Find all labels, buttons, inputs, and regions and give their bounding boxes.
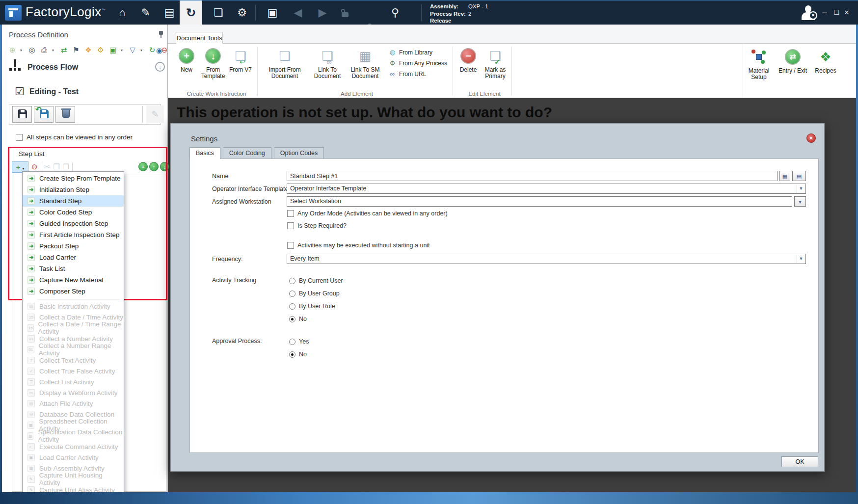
step-type-menu-item[interactable]: ➜ Initialization Step	[23, 184, 124, 195]
radio-icon[interactable]	[289, 303, 295, 310]
import-from-document-button[interactable]: ❏Import From Document	[261, 47, 308, 80]
bucket-icon[interactable]: ▽	[128, 46, 137, 54]
refresh-icon[interactable]: ↻	[148, 46, 157, 54]
is-step-required-checkbox[interactable]	[287, 222, 294, 229]
step-type-menu-item[interactable]: ➜ First Article Inspection Step	[23, 229, 124, 240]
maximize-button[interactable]: ☐	[831, 7, 842, 18]
activity-icon: ▭	[27, 389, 35, 397]
step-type-menu-item[interactable]: ➜ Create Step From Template	[23, 173, 124, 184]
tab-document-tools[interactable]: Document Tools	[176, 32, 223, 44]
step-type-menu-item[interactable]: ➜ Load Carrier	[23, 252, 124, 263]
recipes-button[interactable]: ❖ Recipes	[812, 48, 839, 74]
process-sync-icon-selected[interactable]: ↻	[180, 0, 202, 25]
entry-exit-button[interactable]: ⇄ Entry / Exit	[776, 48, 810, 74]
delete-element-button[interactable]: −Delete	[457, 47, 479, 73]
activity-tracking-option[interactable]: By User Role	[289, 301, 343, 311]
step-type-menu-item[interactable]: ➜ Task List	[23, 263, 124, 274]
operator-interface-template-combo[interactable]: Operator Interface Template▼	[287, 184, 806, 194]
link-to-document-button[interactable]: ❏∞Link To Document	[311, 47, 344, 80]
workstation-dropdown-button[interactable]: ▾	[794, 196, 806, 207]
presentation-icon[interactable]: ⚑	[72, 46, 80, 54]
export-box-icon[interactable]: ▣	[108, 46, 117, 54]
name-table-button[interactable]: ▤	[792, 171, 806, 181]
material-setup-button[interactable]: Material Setup	[745, 48, 773, 80]
settings-gear-icon[interactable]: ⚙	[234, 5, 250, 20]
editing-checklist-icon: ☑	[15, 85, 25, 98]
frequency-combo[interactable]: Every Item▼	[287, 254, 806, 264]
save-process-button[interactable]	[12, 106, 32, 123]
name-grid-button[interactable]: ▦	[779, 171, 790, 181]
activity-tracking-option[interactable]: No	[289, 314, 343, 324]
close-window-button[interactable]: ✕	[841, 7, 852, 18]
basics-tab-panel: Name ▦ ▤ Operator Interface Template Ope…	[189, 159, 819, 453]
approval-process-option[interactable]: No	[289, 349, 309, 359]
step-type-menu-item[interactable]: ➜ Standard Step	[23, 195, 124, 207]
dialog-close-icon[interactable]: ✕	[806, 133, 816, 143]
radio-icon[interactable]	[289, 351, 295, 358]
assigned-workstation-input[interactable]: Select Workstation	[287, 196, 792, 207]
approval-process-option[interactable]: Yes	[289, 337, 309, 346]
info-divider	[421, 4, 422, 21]
any-order-label: All steps can be viewed in any order	[27, 133, 133, 141]
import-process-button[interactable]: ↶	[34, 106, 54, 123]
step-type-menu-item[interactable]: ➜ Capture New Material	[23, 274, 124, 286]
back-icon: ◀	[290, 5, 306, 20]
name-input[interactable]	[287, 171, 778, 181]
caret-down-icon[interactable]: ▾	[52, 48, 56, 53]
radio-icon[interactable]	[289, 291, 295, 297]
from-template-button[interactable]: ↓From Template	[198, 47, 228, 80]
radio-icon[interactable]	[289, 316, 295, 322]
ok-button[interactable]: OK	[781, 456, 818, 467]
radio-icon[interactable]	[289, 278, 295, 284]
activity-icon: ✓	[27, 368, 35, 375]
forward-icon: ▶	[314, 5, 331, 20]
bell-icon[interactable]: ❖	[84, 46, 93, 54]
activity-tracking-option[interactable]: By User Group	[289, 289, 343, 298]
activity-tracking-option[interactable]: By Current User	[289, 276, 343, 286]
collapse-down-icon[interactable]: ↓	[155, 62, 165, 72]
step-type-menu-item[interactable]: ➜ Packout Step	[23, 240, 124, 252]
materials-package-icon[interactable]: ▤	[161, 5, 178, 20]
activity-icon: ⛁	[27, 411, 35, 418]
without-unit-checkbox[interactable]	[287, 242, 294, 249]
any-order-mode-checkbox[interactable]	[287, 210, 294, 217]
step-type-menu-item[interactable]: ➜ Guided Inspection Step	[23, 218, 124, 229]
activity-type-menu-item-disabled: ▤ Basic Instruction Activity	[23, 301, 124, 312]
recycle-icon[interactable]: ⇄	[59, 46, 68, 54]
dialog-tab[interactable]: Option Codes	[274, 147, 324, 159]
step-type-menu-item[interactable]: ➜ Composer Step	[23, 286, 124, 297]
library-globe-icon: ◍	[389, 49, 396, 56]
activity-icon: ▣	[27, 454, 35, 461]
from-any-process-button[interactable]: ⚙ From Any Process	[389, 59, 447, 67]
link-to-sm-document-button[interactable]: ▦Link To SM Document	[346, 47, 385, 80]
documents-icon[interactable]: ❏	[210, 5, 227, 20]
gear-icon[interactable]: ⚙	[96, 46, 105, 54]
dialog-tab[interactable]: Basics	[189, 147, 220, 159]
user-logout-icon[interactable]: ✕	[800, 4, 818, 21]
new-document-button[interactable]: +New	[176, 47, 197, 73]
caret-down-icon[interactable]: ▾	[121, 48, 125, 53]
any-order-checkbox[interactable]	[16, 134, 23, 141]
find-icon[interactable]: ◎	[27, 46, 36, 54]
radio-icon[interactable]	[289, 339, 295, 345]
step-type-menu-item[interactable]: ➜ Color Coded Step	[23, 207, 124, 218]
process-analysis-icon[interactable]: ⚲	[387, 5, 403, 20]
from-url-button[interactable]: ∞ From URL	[389, 70, 426, 78]
from-library-button[interactable]: ◍ From Library	[389, 49, 432, 56]
discard-process-button[interactable]	[55, 106, 75, 123]
step-arrow-icon: ➜	[27, 175, 35, 182]
save-icon[interactable]: ▣	[264, 5, 281, 20]
info-icon[interactable]: ◉	[156, 46, 162, 55]
from-v7-button[interactable]: ❏↩From V7	[229, 47, 252, 73]
process-edit-icon[interactable]: ✎	[137, 5, 154, 20]
process-flow-label[interactable]: Process Flow	[27, 63, 78, 72]
print-icon[interactable]: ⎙	[40, 46, 49, 54]
caret-down-icon[interactable]: ▾	[140, 48, 144, 53]
activity-icon: ☰	[27, 378, 35, 386]
pin-icon[interactable]	[158, 31, 164, 38]
mark-as-primary-button[interactable]: ❏✓Mark as Primary	[481, 47, 509, 80]
home-icon[interactable]: ⌂	[114, 5, 131, 20]
dialog-tab[interactable]: Color Coding	[223, 147, 271, 159]
minimize-button[interactable]: ─	[819, 7, 830, 18]
factorylogix-logo-icon	[5, 5, 22, 21]
